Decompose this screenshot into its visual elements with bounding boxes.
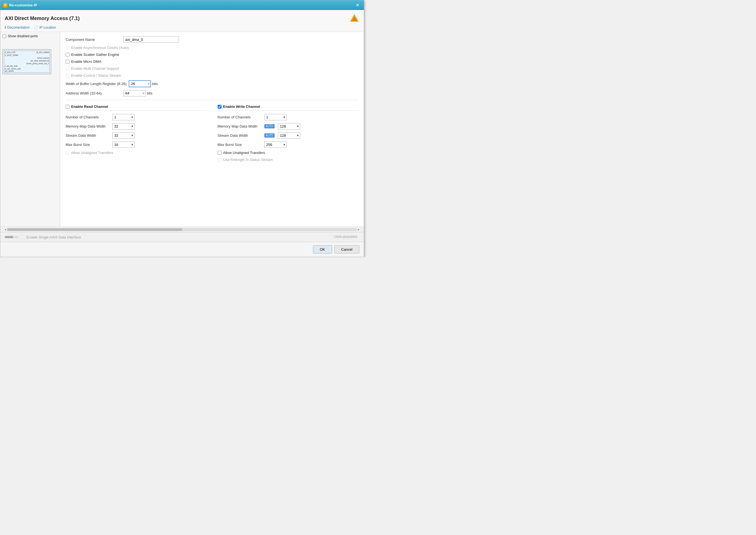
read-num-channels-select[interactable]: 124816 <box>112 114 134 120</box>
close-button[interactable]: ✕ <box>354 2 361 8</box>
write-num-channels-select[interactable]: 124816 <box>264 114 287 120</box>
read-max-burst-row: Max Burst Size 248163264128256 <box>66 141 207 148</box>
title-bar: R Re-customize IP ✕ <box>0 0 364 10</box>
address-width-unit: bits <box>147 91 152 95</box>
enable-async-clocks-checkbox <box>66 46 70 50</box>
read-allow-unaligned-row: Allow Unaligned Transfers <box>66 151 207 155</box>
main-window: R Re-customize IP ✕ AXI Direct Memory Ac… <box>0 0 364 257</box>
enable-micro-dma-row[interactable]: Enable Micro DMA <box>66 60 358 64</box>
write-stream-data-width-select[interactable]: 32641282565121024 <box>278 132 300 139</box>
enable-async-clocks-label: Enable Asynchronous Clocks (Auto) <box>71 45 129 50</box>
enable-read-channel-label: Enable Read Channel <box>71 104 108 109</box>
enable-write-channel-label: Enable Write Channel <box>223 104 260 109</box>
cancel-button[interactable]: Cancel <box>334 245 359 253</box>
buffer-length-label: Width of Buffer Length Register (8-26) <box>66 82 126 86</box>
enable-write-channel-checkbox[interactable] <box>218 105 221 109</box>
enable-scatter-gather-row[interactable]: Enable Scatter Gather Engine <box>66 52 358 57</box>
enable-control-status-row: Enable Control / Status Stream <box>66 73 358 77</box>
write-stream-data-width-label: Stream Data Width <box>218 133 262 138</box>
write-mem-map-width-select[interactable]: 32641282565121024 <box>278 123 300 129</box>
buffer-length-clear-button[interactable]: ✕ <box>147 82 150 86</box>
enable-multi-channel-checkbox <box>66 67 70 70</box>
diagram-area: S_AXI_LITE S_AXIS_S2MM M_AXI_S2MM s_axi_… <box>3 49 58 74</box>
ok-button[interactable]: OK <box>313 245 332 253</box>
show-disabled-label: Show disabled ports <box>8 34 38 38</box>
nav-ip-location[interactable]: 📄 IP Location <box>34 26 56 29</box>
nav-bar: ℹ Documentation 📄 IP Location <box>5 26 359 29</box>
diag-label-introut: s2mm_introut <box>37 57 49 59</box>
footer-left: Enable Single AXI4 Data Interface <box>5 235 81 239</box>
read-allow-unaligned-checkbox <box>66 151 70 155</box>
read-mem-map-width-select-wrap[interactable]: 32641282565121024 <box>112 123 134 129</box>
read-num-channels-select-wrap[interactable]: 124816 <box>112 114 134 120</box>
right-panel: Component Name Enable Asynchronous Clock… <box>60 32 364 227</box>
horizontal-scrollbar[interactable] <box>7 228 357 231</box>
write-num-channels-label: Number of Channels <box>218 115 262 119</box>
loc-icon: 📄 <box>34 26 38 29</box>
component-name-row: Component Name <box>66 37 358 43</box>
enable-multi-channel-row: Enable Multi Channel Support <box>66 67 358 70</box>
enable-read-channel-checkbox[interactable] <box>66 105 70 109</box>
two-col-channels: Enable Read Channel Number of Channels 1… <box>66 104 358 164</box>
diag-label-aclk: s_axi_lite_aclk <box>5 65 17 67</box>
button-row: OK Cancel <box>0 242 364 257</box>
read-allow-unaligned-label: Allow Unaligned Transfers <box>71 151 113 155</box>
write-max-burst-row: Max Burst Size 248163264128256 <box>218 141 358 148</box>
enable-async-clocks-row: Enable Asynchronous Clocks (Auto) <box>66 45 358 50</box>
xilinx-logo <box>350 13 359 23</box>
show-disabled-checkbox[interactable] <box>3 35 6 38</box>
write-allow-unaligned-checkbox[interactable] <box>218 151 221 155</box>
enable-scatter-gather-label: Enable Scatter Gather Engine <box>71 52 119 57</box>
diag-label-resetn: axi_resetn <box>5 70 14 72</box>
read-mem-map-width-row: Memory Map Data Width 32641282565121024 <box>66 123 207 129</box>
write-mem-map-width-select-wrap[interactable]: 32641282565121024 <box>278 123 300 129</box>
slider-area[interactable] <box>5 236 19 238</box>
write-allow-unaligned-label: Allow Unaligned Transfers <box>223 151 265 155</box>
write-mem-map-width-label: Memory Map Data Width <box>218 124 262 128</box>
diag-label-m-axi: M_AXI_S2MM <box>37 51 49 53</box>
enable-scatter-gather-checkbox[interactable] <box>66 53 70 57</box>
read-channel-section: Enable Read Channel Number of Channels 1… <box>66 104 207 164</box>
nav-documentation[interactable]: ℹ Documentation <box>5 26 30 29</box>
footer-bar: Enable Single AXI4 Data Interface CSDN @… <box>0 232 364 242</box>
address-width-row: Address Width (32-64) ✕ bits <box>66 90 358 97</box>
read-stream-data-width-select[interactable]: 32641282565121024 <box>112 132 134 139</box>
component-name-input[interactable] <box>124 37 179 43</box>
write-use-rxlength-label: Use Rxlength In Status Stream <box>223 157 273 162</box>
write-use-rxlength-checkbox <box>218 158 221 162</box>
diagram-inner: S_AXI_LITE S_AXIS_S2MM M_AXI_S2MM s_axi_… <box>4 51 50 73</box>
write-stream-data-width-select-wrap[interactable]: 32641282565121024 <box>278 132 300 139</box>
read-stream-data-width-select-wrap[interactable]: 32641282565121024 <box>112 132 134 139</box>
address-width-input-wrap: ✕ <box>124 90 146 97</box>
address-width-clear-button[interactable]: ✕ <box>142 92 145 95</box>
read-mem-map-width-select[interactable]: 32641282565121024 <box>112 123 134 129</box>
doc-label: Documentation <box>7 26 30 29</box>
scroll-right-arrow[interactable]: ▸ <box>358 228 359 231</box>
write-num-channels-select-wrap[interactable]: 124816 <box>264 114 287 120</box>
loc-label: IP Location <box>40 26 56 29</box>
diag-label-s-axis: S_AXIS_S2MM <box>5 54 18 56</box>
read-num-channels-row: Number of Channels 124816 <box>66 114 207 120</box>
read-stream-data-width-row: Stream Data Width 32641282565121024 <box>66 132 207 139</box>
slider-track <box>5 236 19 238</box>
read-channel-header: Enable Read Channel <box>66 104 207 111</box>
scroll-left-arrow[interactable]: ◂ <box>5 228 6 231</box>
enable-micro-dma-checkbox[interactable] <box>66 60 70 64</box>
address-width-label: Address Width (32-64) <box>66 91 121 95</box>
enable-micro-dma-label: Enable Micro DMA <box>71 60 101 64</box>
write-max-burst-select[interactable]: 248163264128256 <box>264 141 287 148</box>
read-stream-data-width-label: Stream Data Width <box>66 133 110 138</box>
enable-multi-channel-label: Enable Multi Channel Support <box>71 67 119 70</box>
app-icon: R <box>3 3 8 8</box>
write-max-burst-select-wrap[interactable]: 248163264128256 <box>264 141 287 148</box>
read-max-burst-select-wrap[interactable]: 248163264128256 <box>112 141 134 148</box>
component-name-label: Component Name <box>66 38 121 42</box>
write-channel-header: Enable Write Channel <box>218 104 358 111</box>
enable-single-axi4-row: Enable Single AXI4 Data Interface <box>21 235 81 239</box>
diag-label-s-axi-lite: S_AXI_LITE <box>5 51 15 53</box>
write-allow-unaligned-row: Allow Unaligned Transfers <box>218 151 358 155</box>
read-max-burst-select[interactable]: 248163264128256 <box>112 141 134 148</box>
doc-icon: ℹ <box>5 26 6 29</box>
buffer-length-unit: bits <box>152 82 157 86</box>
enable-single-axi4-checkbox <box>21 235 25 239</box>
